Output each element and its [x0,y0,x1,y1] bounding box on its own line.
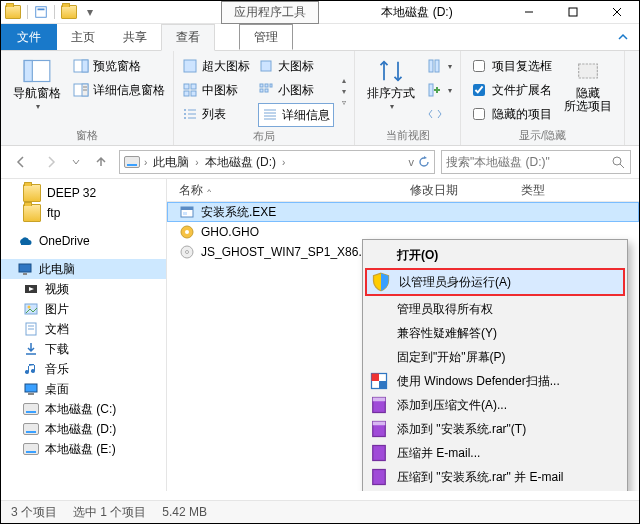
status-selected: 选中 1 个项目 [73,504,146,521]
menu-add-rar[interactable]: 添加到 "安装系统.rar"(T) [365,417,625,441]
ribbon-group-showhide: 项目复选框 文件扩展名 隐藏的项目 隐藏所选项目 显示/隐藏 [461,51,625,145]
nav-tree[interactable]: DEEP 32 ftp OneDrive 此电脑 视频 图片 文档 下载 音乐 … [1,179,167,491]
header-date[interactable]: 修改日期 [410,182,521,199]
column-headers[interactable]: 名称 ^ 修改日期 类型 [167,179,639,202]
tree-item-pictures[interactable]: 图片 [1,299,166,319]
options-button[interactable]: 选项 ▾ [633,55,640,113]
back-button[interactable] [9,150,33,174]
tree-item-videos[interactable]: 视频 [1,279,166,299]
monitor-icon [17,261,33,277]
file-name: JS_GHOST_WIN7_SP1_X86... [201,245,368,259]
view-details-button[interactable]: 详细信息 [258,103,334,127]
view-list-button[interactable]: 列表 [182,103,250,125]
menu-add-archive[interactable]: 添加到压缩文件(A)... [365,393,625,417]
menu-admin-ownership[interactable]: 管理员取得所有权 [365,297,625,321]
minimize-button[interactable] [507,1,551,23]
open-folder-icon[interactable] [61,5,77,19]
menu-compress-email[interactable]: 压缩并 E-mail... [365,441,625,465]
checkbox-hidden-items[interactable]: 隐藏的项目 [469,103,552,125]
svg-rect-60 [28,393,34,395]
folder-icon [23,204,41,222]
tree-item-onedrive[interactable]: OneDrive [1,231,166,251]
close-button[interactable] [595,1,639,23]
tree-item-drive-c[interactable]: 本地磁盘 (C:) [1,399,166,419]
view-small-button[interactable]: 小图标 [258,79,334,101]
tree-item-thispc[interactable]: 此电脑 [1,259,166,279]
grid-icon [258,82,274,98]
chevron-down-icon: ▾ [448,62,452,71]
tree-item-desktop[interactable]: 桌面 [1,379,166,399]
sort-button[interactable]: 排序方式 ▾ [363,55,419,125]
layout-more-icon[interactable]: ▾ [342,87,346,96]
tree-item-ftp[interactable]: ftp [1,203,166,223]
ribbon-collapse-button[interactable] [607,24,639,50]
breadcrumb-thispc[interactable]: 此电脑 [151,154,191,171]
chevron-right-icon[interactable]: › [195,157,198,168]
menu-open[interactable]: 打开(O) [365,243,625,267]
tree-item-deep32[interactable]: DEEP 32 [1,183,166,203]
tab-manage[interactable]: 管理 [239,24,293,50]
forward-button[interactable] [39,150,63,174]
tree-item-downloads[interactable]: 下载 [1,339,166,359]
add-columns-button[interactable]: ▾ [427,79,452,101]
tab-home[interactable]: 主页 [57,24,109,50]
grid-icon [258,58,274,74]
nav-pane-button[interactable]: 导航窗格 ▾ [9,55,65,113]
address-bar[interactable]: › 此电脑 › 本地磁盘 (D:) › v [119,150,435,174]
details-icon [262,107,278,123]
svg-rect-70 [379,381,387,389]
menu-defender[interactable]: 使用 Windows Defender扫描... [365,369,625,393]
ribbon: 导航窗格 ▾ 预览窗格 详细信息窗格 窗格 超大图标 中图标 列表 大图标 [1,51,639,146]
menu-pin-taskbar[interactable]: 固定到任务栏(K) [365,489,625,491]
separator [54,5,55,19]
properties-icon[interactable] [34,5,48,19]
checkbox-file-ext[interactable]: 文件扩展名 [469,79,552,101]
breadcrumb-drive[interactable]: 本地磁盘 (D:) [203,154,278,171]
view-large-button[interactable]: 大图标 [258,55,334,77]
svg-rect-27 [265,84,268,87]
group-label-currentview: 当前视图 [363,126,452,143]
refresh-icon[interactable] [418,156,430,168]
svg-line-48 [620,164,624,168]
details-pane-button[interactable]: 详细信息窗格 [73,79,165,101]
checkbox-item-checkboxes[interactable]: 项目复选框 [469,55,552,77]
layout-more-icon[interactable]: ▿ [342,98,346,107]
menu-compress-rar-email[interactable]: 压缩到 "安装系统.rar" 并 E-mail [365,465,625,489]
preview-pane-button[interactable]: 预览窗格 [73,55,165,77]
menu-pin-start[interactable]: 固定到"开始"屏幕(P) [365,345,625,369]
svg-rect-28 [270,84,272,87]
tree-item-drive-d[interactable]: 本地磁盘 (D:) [1,419,166,439]
svg-rect-63 [183,212,187,215]
qat-dropdown-icon[interactable]: ▾ [83,5,97,19]
view-medium-button[interactable]: 中图标 [182,79,250,101]
history-dropdown[interactable] [69,150,83,174]
chevron-right-icon[interactable]: › [282,157,285,168]
maximize-button[interactable] [551,1,595,23]
menu-run-as-admin[interactable]: 以管理员身份运行(A) [367,270,623,294]
layout-more-icon[interactable]: ▴ [342,76,346,85]
hide-selected-button[interactable]: 隐藏所选项目 [560,55,616,125]
status-size: 5.42 MB [162,505,207,519]
header-name[interactable]: 名称 ^ [179,182,410,199]
tab-share[interactable]: 共享 [109,24,161,50]
tab-file[interactable]: 文件 [1,24,57,50]
chevron-down-icon: ▾ [390,102,394,111]
columns-icon [427,58,443,74]
menu-troubleshoot[interactable]: 兼容性疑难解答(Y) [365,321,625,345]
search-box[interactable]: 搜索"本地磁盘 (D:)" [441,150,631,174]
group-by-button[interactable]: ▾ [427,55,452,77]
header-type[interactable]: 类型 [521,182,582,199]
up-button[interactable] [89,150,113,174]
tab-view[interactable]: 查看 [161,24,215,51]
file-list[interactable]: 名称 ^ 修改日期 类型 安装系统.EXE GHO.GHO JS_GHOST_W… [167,179,639,491]
file-row[interactable]: 安装系统.EXE [167,202,639,222]
size-columns-button[interactable] [427,103,452,125]
chevron-right-icon[interactable]: › [144,157,147,168]
address-dropdown-icon[interactable]: v [409,156,415,168]
tree-item-music[interactable]: 音乐 [1,359,166,379]
view-extralarge-button[interactable]: 超大图标 [182,55,250,77]
svg-rect-17 [184,91,189,96]
rar-icon [369,467,389,487]
tree-item-documents[interactable]: 文档 [1,319,166,339]
tree-item-drive-e[interactable]: 本地磁盘 (E:) [1,439,166,459]
